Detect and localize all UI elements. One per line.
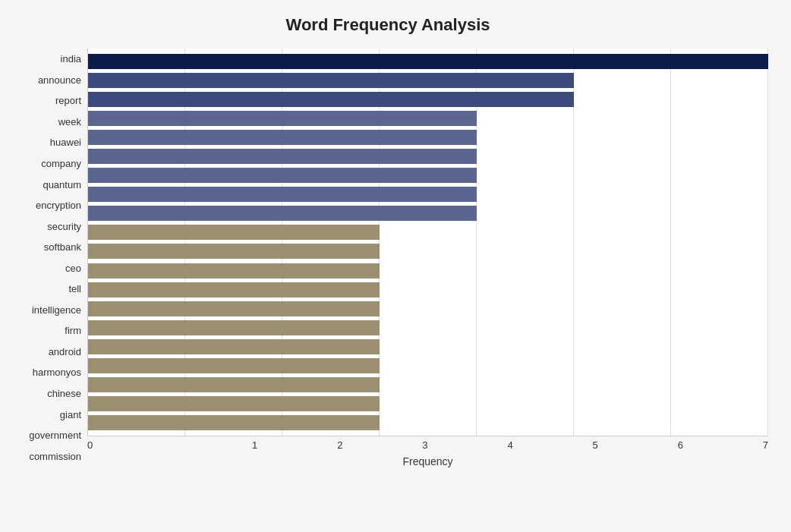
y-label: android xyxy=(49,342,81,363)
bar xyxy=(88,130,477,145)
bar-row xyxy=(88,318,768,337)
x-tick: 3 xyxy=(342,439,427,451)
bar-row xyxy=(88,376,768,395)
y-label: india xyxy=(61,49,81,70)
bar xyxy=(88,415,380,430)
bar xyxy=(88,206,477,221)
chart-container: Word Frequency Analysis indiaannouncerep… xyxy=(0,0,791,532)
y-label: government xyxy=(29,425,81,446)
x-tick: 5 xyxy=(513,439,598,451)
bar xyxy=(88,320,380,335)
bar-row xyxy=(88,357,768,376)
y-label: chinese xyxy=(47,383,81,405)
bar xyxy=(88,73,574,88)
x-tick: 1 xyxy=(172,439,257,451)
bar xyxy=(88,92,574,107)
bar-row xyxy=(88,280,768,299)
bar-row xyxy=(88,395,768,414)
bar-row xyxy=(88,166,768,185)
bar xyxy=(88,149,477,164)
y-label: week xyxy=(58,112,81,133)
bar xyxy=(88,225,380,240)
y-label: firm xyxy=(65,320,81,342)
y-label: announce xyxy=(38,70,81,91)
bar-row xyxy=(88,127,768,146)
y-axis: indiaannouncereportweekhuaweicompanyquan… xyxy=(8,49,87,467)
y-label: ceo xyxy=(65,257,81,279)
y-label: giant xyxy=(60,404,81,425)
x-axis-label: Frequency xyxy=(87,455,768,467)
bar-row xyxy=(88,242,768,261)
bar xyxy=(88,377,380,392)
bar xyxy=(88,263,380,279)
bar xyxy=(88,168,477,183)
y-label: security xyxy=(47,216,81,237)
chart-title: Word Frequency Analysis xyxy=(8,15,768,35)
bar xyxy=(88,339,380,354)
x-axis: 01234567 Frequency xyxy=(87,436,768,467)
y-label: intelligence xyxy=(32,300,81,321)
bars-wrapper xyxy=(88,49,768,436)
y-label: softbank xyxy=(44,237,81,258)
x-tick: 0 xyxy=(87,439,172,451)
bar-row xyxy=(88,204,768,223)
bar xyxy=(88,358,380,373)
y-label: company xyxy=(41,153,81,175)
bar xyxy=(88,187,477,202)
bar-row xyxy=(88,185,768,204)
y-label: harmonyos xyxy=(33,362,81,383)
x-tick: 2 xyxy=(257,439,342,451)
x-tick: 6 xyxy=(598,439,683,451)
bar-row xyxy=(88,71,768,90)
x-tick: 7 xyxy=(683,439,768,451)
y-label: commission xyxy=(29,445,81,467)
y-label: quantum xyxy=(43,174,81,195)
bar xyxy=(88,282,380,297)
y-label: encryption xyxy=(36,195,81,216)
bar xyxy=(88,111,477,126)
bar-row xyxy=(88,414,768,433)
bar-row xyxy=(88,223,768,242)
y-label: report xyxy=(55,90,81,112)
bar xyxy=(88,301,380,316)
bars-area xyxy=(87,49,768,436)
bar xyxy=(88,396,380,411)
bar-row xyxy=(88,90,768,109)
y-label: huawei xyxy=(50,132,81,153)
bar-row xyxy=(88,146,768,165)
bar-row xyxy=(88,109,768,127)
bar xyxy=(88,244,380,259)
bar-row xyxy=(88,337,768,356)
bar-row xyxy=(88,261,768,280)
y-label: tell xyxy=(68,279,81,300)
bar xyxy=(88,54,768,69)
x-tick: 4 xyxy=(428,439,513,451)
bar-row xyxy=(88,299,768,318)
bar-row xyxy=(88,52,768,71)
